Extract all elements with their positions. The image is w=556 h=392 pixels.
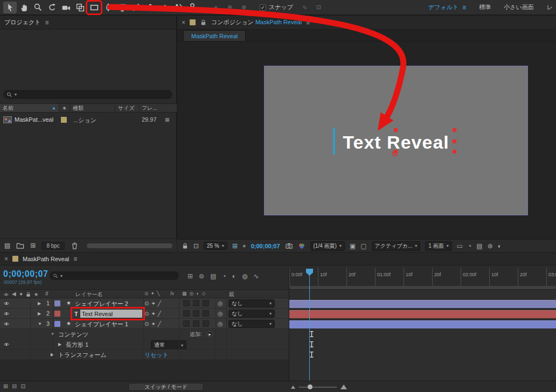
expander-icon[interactable]: ▶: [38, 311, 41, 316]
parent-dropdown[interactable]: なし▾: [228, 310, 275, 318]
anchor-point-icon[interactable]: [392, 151, 398, 156]
parent-pickwhip-icon[interactable]: ◎: [218, 300, 223, 307]
lock-icon[interactable]: [200, 19, 207, 26]
brush-tool-button[interactable]: [129, 2, 143, 13]
layer-name-edit-wrap[interactable]: T Text Reveal: [72, 309, 143, 319]
new-folder-icon[interactable]: [16, 242, 24, 250]
panel-menu-icon[interactable]: ≡: [306, 19, 310, 26]
eye-icon[interactable]: [3, 300, 10, 306]
playhead-line[interactable]: [309, 274, 310, 381]
resolution-dropdown[interactable]: (1/4 画質)▾: [310, 241, 345, 251]
zoom-slider-knob[interactable]: [308, 384, 312, 389]
flowchart-icon[interactable]: ⊛: [488, 242, 493, 250]
eye-icon[interactable]: [3, 311, 10, 317]
close-tab-icon[interactable]: ×: [4, 255, 8, 263]
comp-tab-label[interactable]: コンポジション MaskPath Reveal: [211, 18, 302, 26]
snap-option-1-icon[interactable]: ∿: [298, 2, 311, 13]
region-of-interest-icon[interactable]: ▣: [350, 242, 356, 250]
pen-tool-button[interactable]: [101, 2, 115, 13]
switch-box[interactable]: [193, 300, 199, 306]
layer-name[interactable]: シェイプレイヤー 2: [75, 300, 128, 308]
selection-tool-button[interactable]: [3, 2, 17, 13]
view-axis-mode-icon[interactable]: ⊗: [237, 2, 251, 13]
comp-mini-flowchart-icon[interactable]: ⊞: [187, 272, 193, 280]
live-update-icon[interactable]: ⊚: [199, 272, 204, 280]
rotation-tool-button[interactable]: [45, 2, 59, 13]
pan-behind-tool-button[interactable]: [73, 2, 87, 13]
pixel-aspect-icon[interactable]: ▭: [457, 242, 463, 250]
trash-icon[interactable]: [71, 242, 79, 250]
workspace-menu-icon[interactable]: ≡: [462, 4, 466, 11]
workspace-cropped[interactable]: レ: [547, 3, 553, 11]
contents-property-row[interactable]: ▼ コンテンツ 追加: ▶: [0, 329, 289, 339]
eye-icon[interactable]: [3, 321, 10, 327]
panel-menu-icon[interactable]: ≡: [73, 255, 77, 263]
transform-property-row[interactable]: ▶ トランスフォーム リセット: [0, 349, 289, 360]
layer-row-3[interactable]: ▼ 3 ★ シェイプレイヤー 1 ⊙✦╱ ◎ なし▾: [0, 319, 289, 329]
contents-label[interactable]: コンテンツ: [58, 331, 88, 339]
layer-row-2[interactable]: ▶ 2 T Text Reveal ⊙✦╱ ◎ なし▾: [0, 309, 289, 319]
project-tab[interactable]: プロジェクト: [4, 18, 41, 26]
layer-duration-bar[interactable]: [289, 320, 556, 328]
project-search-input[interactable]: [19, 92, 169, 98]
comp-timecode[interactable]: 0;00;00;07: [251, 243, 280, 249]
layer-duration-bar[interactable]: [289, 310, 556, 318]
project-item-label-chip[interactable]: [61, 117, 67, 123]
toggle-transfer-pane-icon[interactable]: ⊟: [12, 383, 17, 390]
world-axis-mode-icon[interactable]: ⊕: [223, 2, 237, 13]
comp-viewer-tab[interactable]: MaskPath Reveal: [183, 30, 246, 41]
column-type[interactable]: 種類: [70, 104, 115, 112]
parent-column-label[interactable]: 親: [229, 291, 234, 298]
hand-tool-button[interactable]: [17, 2, 31, 13]
draft-3d-icon[interactable]: ▤: [210, 272, 216, 280]
layer-row-1[interactable]: ▶ 1 ★ シェイプレイヤー 2 ⊙✦╱ ◎ なし▾: [0, 298, 289, 309]
motion-blur-icon[interactable]: ◍: [242, 272, 247, 280]
switch-box[interactable]: [203, 310, 209, 317]
selection-handle[interactable]: [453, 150, 456, 153]
project-item-row[interactable]: MaskPat...veal ...ション 29.97 ▦: [0, 115, 177, 125]
close-tab-icon[interactable]: ×: [182, 19, 185, 26]
layer-switches-icons[interactable]: ⊙✦╱: [144, 311, 163, 317]
transform-label[interactable]: トランスフォーム: [58, 351, 107, 359]
parent-dropdown[interactable]: なし▾: [228, 320, 275, 328]
viewer-lock-icon[interactable]: [182, 242, 189, 249]
viewer-options-icon[interactable]: ⊡: [193, 242, 199, 250]
parent-dropdown[interactable]: なし▾: [228, 299, 275, 307]
time-ruler[interactable]: 0:00f 10f 20f 01:00f 10f 20f 02:00f 10f …: [289, 268, 556, 286]
puppet-pin-tool-button[interactable]: [185, 2, 199, 13]
timeline-search[interactable]: ▾: [50, 271, 179, 280]
layer-name-column-label[interactable]: レイヤー名: [75, 291, 103, 298]
selection-handle[interactable]: [394, 128, 398, 132]
channels-icon[interactable]: [298, 242, 305, 249]
switch-box[interactable]: [183, 310, 190, 317]
camera-tool-button[interactable]: [59, 2, 73, 13]
active-camera-dropdown[interactable]: アクティブカ...▾: [372, 241, 421, 251]
horizontal-scrollbar[interactable]: [87, 243, 172, 248]
add-property-button[interactable]: ▶: [207, 331, 213, 337]
project-item-name[interactable]: MaskPat...veal: [15, 116, 53, 123]
layer-name-input[interactable]: Text Reveal: [80, 310, 142, 318]
timeline-search-input[interactable]: [65, 272, 176, 279]
layer-label-chip[interactable]: [54, 311, 60, 317]
panel-menu-icon[interactable]: ≡: [45, 19, 49, 26]
layer-label-chip[interactable]: [54, 321, 60, 327]
roto-brush-tool-button[interactable]: [171, 2, 185, 13]
layer-name[interactable]: シェイプレイヤー 1: [75, 320, 128, 328]
toggle-inout-pane-icon[interactable]: ⊡: [20, 383, 25, 390]
magnification-dropdown[interactable]: 25 %▾: [204, 242, 227, 250]
hide-shy-layers-icon[interactable]: ◔: [222, 272, 226, 280]
switch-box[interactable]: [193, 320, 199, 327]
expander-icon[interactable]: ▼: [38, 321, 42, 326]
timeline-timecode[interactable]: 0;00;00;07: [3, 269, 48, 279]
new-composition-icon[interactable]: ⊞: [30, 242, 36, 249]
project-search[interactable]: ▾: [3, 90, 172, 99]
parent-pickwhip-icon[interactable]: ◎: [218, 320, 223, 327]
graph-editor-icon[interactable]: ∿: [253, 272, 259, 280]
layer-duration-bar[interactable]: [289, 300, 556, 308]
view-layout-dropdown[interactable]: 1 画面▾: [425, 241, 451, 251]
snap-option-2-icon[interactable]: ⊡: [312, 2, 325, 13]
expander-icon[interactable]: ▶: [58, 342, 61, 347]
layer-label-chip[interactable]: [54, 300, 60, 306]
zoom-tool-button[interactable]: [31, 2, 45, 13]
rectangle-tool-button[interactable]: [87, 2, 101, 13]
